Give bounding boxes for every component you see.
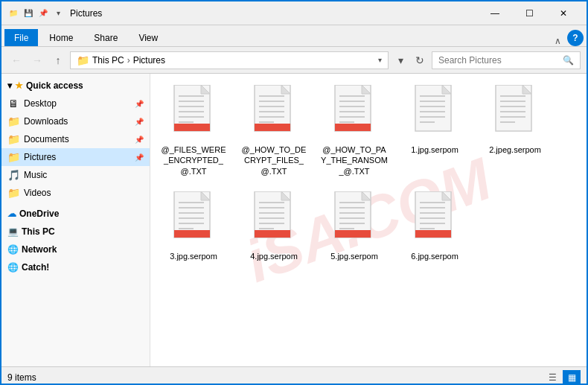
desktop-pin-icon: 📌 [135,100,144,108]
sidebar-item-desktop[interactable]: 🖥 Desktop 📌 [1,95,150,112]
help-button[interactable]: ? [567,30,584,46]
tab-home[interactable]: Home [39,29,83,46]
app-icon: 📁 [7,7,19,19]
svg-rect-41 [500,116,525,118]
svg-rect-31 [420,106,445,107]
svg-rect-74 [420,212,445,214]
close-button[interactable]: ✕ [546,1,581,25]
sidebar-item-music[interactable]: 🎵 Music [1,166,150,184]
view-controls: ☰ ▦ [543,370,581,385]
file-icon [330,83,378,143]
refresh-button[interactable]: ↻ [411,51,429,69]
sidebar-catch-header[interactable]: 🌐 Catch! [1,258,150,276]
svg-rect-5 [179,111,204,112]
back-button[interactable]: ← [7,51,25,69]
file-item[interactable]: @_HOW_TO_PAY_THE_RANSOM_@.TXT [317,80,392,180]
window-controls: — ☐ ✕ [478,1,581,25]
title-bar: 📁 💾 📌 ▾ Pictures — ☐ ✕ [1,1,587,25]
svg-rect-58 [259,223,284,224]
svg-rect-59 [259,228,274,229]
catch-icon: 🌐 [7,262,19,273]
file-item[interactable]: @_FILES_WERE_ENCRYPTED_@.TXT [156,80,231,180]
svg-rect-76 [420,223,445,224]
sidebar-item-downloads[interactable]: 📁 Downloads 📌 [1,112,150,130]
svg-rect-30 [420,101,445,102]
file-item[interactable]: 6.jpg.serpom [397,186,472,265]
svg-rect-64 [339,207,365,209]
svg-rect-8 [174,124,210,131]
onedrive-icon: ☁ [7,209,16,219]
svg-rect-13 [259,106,284,107]
pictures-label: Pictures [24,152,56,162]
window-title: Pictures [70,8,478,19]
svg-rect-14 [259,111,284,112]
file-item[interactable]: 2.jpeg.serpom [478,80,552,180]
forward-button[interactable]: → [28,51,46,69]
file-grid: @_FILES_WERE_ENCRYPTED_@.TXT@_HOW_TO_DEC… [156,80,581,265]
sidebar-item-pictures[interactable]: 📁 Pictures 📌 [1,148,150,166]
svg-rect-78 [415,230,451,238]
svg-rect-55 [259,207,284,209]
breadcrumb-pictures[interactable]: Pictures [133,55,165,66]
up-button[interactable]: ↑ [49,51,67,69]
maximize-button[interactable]: ☐ [512,1,546,25]
breadcrumb-folder-icon: 📁 [77,54,89,66]
file-item[interactable]: 3.jpg.serpom [156,186,231,265]
svg-rect-39 [500,106,525,107]
detail-view-button[interactable]: ▦ [563,370,581,385]
tab-file[interactable]: File [4,29,38,46]
svg-rect-40 [500,111,525,112]
file-name: 4.jpg.serpom [250,251,298,261]
file-icon [250,190,298,249]
breadcrumb-this-pc[interactable]: This PC [92,55,124,66]
svg-rect-20 [339,95,365,97]
svg-rect-48 [179,217,204,219]
save-icon: 💾 [22,7,34,19]
ribbon: File Home Share View ∧ ? [1,25,587,47]
svg-rect-4 [179,106,204,107]
search-input[interactable] [438,55,560,66]
file-item[interactable]: 1.jpg.serpom [397,80,472,180]
svg-rect-47 [179,212,204,214]
minimize-button[interactable]: — [478,1,512,25]
ribbon-collapse-button[interactable]: ∧ [549,36,567,46]
tab-share[interactable]: Share [84,29,127,46]
content-area: iSA.COM @_FILES_WERE_ENCRYPTED_@.TXT@_HO… [150,74,587,366]
svg-rect-6 [179,116,204,118]
downloads-pin-icon: 📌 [135,118,144,126]
sidebar-item-videos[interactable]: 📁 Videos [1,184,150,202]
list-view-button[interactable]: ☰ [543,370,561,385]
sidebar-network-header[interactable]: 🌐 Network [1,241,150,258]
file-name: 3.jpg.serpom [170,251,217,261]
sidebar-onedrive-header[interactable]: ☁ OneDrive [1,205,150,223]
recent-locations-button[interactable]: ▾ [392,51,409,69]
tab-view[interactable]: View [129,29,167,46]
sidebar-item-documents[interactable]: 📁 Documents 📌 [1,130,150,148]
svg-rect-75 [420,217,445,219]
address-dropdown-arrow[interactable]: ▾ [378,56,382,64]
file-icon [170,190,217,249]
search-box[interactable]: 🔍 [432,51,581,69]
sidebar-quick-access-header[interactable]: ▾ ★ Quick access [1,77,150,95]
svg-rect-17 [255,124,290,131]
svg-rect-34 [420,121,435,123]
svg-rect-33 [420,116,445,118]
svg-rect-56 [259,212,284,214]
file-item[interactable]: 5.jpg.serpom [317,186,392,265]
pictures-icon: 📁 [7,151,19,163]
file-item[interactable]: 4.jpg.serpom [237,186,311,265]
svg-rect-26 [335,124,371,131]
file-name: 5.jpg.serpom [330,251,378,261]
address-path[interactable]: 📁 This PC › Pictures ▾ [70,51,389,69]
file-item[interactable]: @_HOW_TO_DECRYPT_FILES_@.TXT [237,80,311,180]
svg-rect-2 [179,95,204,97]
ribbon-tabs: File Home Share View ∧ ? [1,25,587,46]
file-icon [170,83,217,143]
svg-rect-45 [179,202,204,203]
pin-icon: 📌 [37,7,49,19]
svg-rect-46 [179,207,204,209]
sidebar: ▾ ★ Quick access 🖥 Desktop 📌 📁 Downloads… [1,74,150,366]
sidebar-thispc-header[interactable]: 💻 This PC [1,223,150,241]
file-name: 2.jpeg.serpom [489,144,541,155]
svg-rect-67 [339,223,365,224]
